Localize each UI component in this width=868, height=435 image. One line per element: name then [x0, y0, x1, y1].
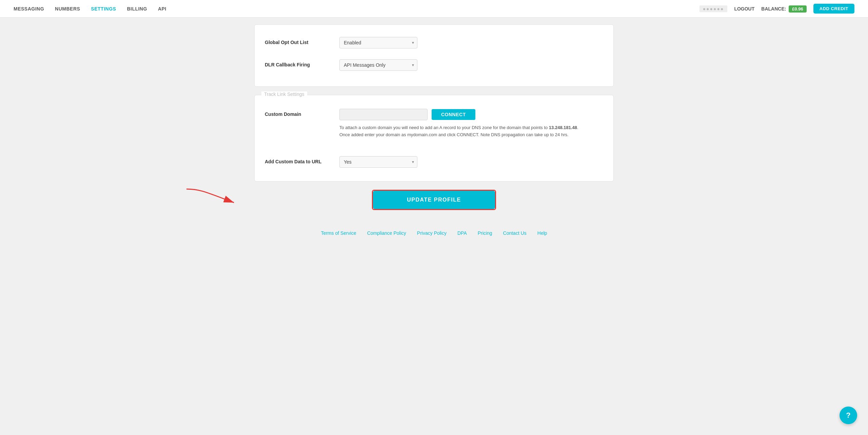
connect-button[interactable]: CONNECT [432, 109, 475, 120]
annotation-arrow [180, 186, 248, 214]
nav-right: ●●●●●● LOGOUT BALANCE: £0.96 ADD CREDIT [699, 4, 854, 14]
logout-button[interactable]: LOGOUT [734, 6, 754, 12]
nav-numbers[interactable]: NUMBERS [55, 6, 80, 12]
global-opt-out-label: Global Opt Out List [265, 37, 339, 45]
balance-label: BALANCE: £0.96 [761, 6, 807, 12]
balance-value: £0.96 [789, 5, 807, 13]
username-display: ●●●●●● [699, 5, 728, 12]
dlr-callback-row: DLR Callback Firing API Messages Only Al… [265, 54, 603, 76]
custom-domain-control: CONNECT To attach a custom domain you wi… [339, 109, 603, 145]
track-link-body: Custom Domain CONNECT To attach a custom… [255, 95, 613, 181]
footer-privacy[interactable]: Privacy Policy [417, 230, 447, 236]
update-profile-highlight: UPDATE PROFILE [372, 190, 496, 210]
settings-section: Global Opt Out List Enabled Disabled ▾ D… [255, 25, 613, 86]
custom-domain-input[interactable] [339, 109, 428, 120]
dlr-callback-select-wrapper: API Messages Only All Messages ▾ [339, 59, 417, 71]
global-opt-out-select-wrapper: Enabled Disabled ▾ [339, 37, 417, 48]
footer: Terms of Service Compliance Policy Priva… [254, 224, 614, 249]
add-credit-button[interactable]: ADD CREDIT [813, 4, 854, 14]
settings-card: Global Opt Out List Enabled Disabled ▾ D… [254, 24, 614, 87]
footer-help[interactable]: Help [537, 230, 547, 236]
custom-domain-row: Custom Domain CONNECT To attach a custom… [265, 105, 603, 149]
main-content: Global Opt Out List Enabled Disabled ▾ D… [248, 18, 620, 270]
update-profile-button[interactable]: UPDATE PROFILE [373, 191, 495, 209]
dns-ip-address: 13.248.181.48 [549, 125, 577, 130]
domain-input-row: CONNECT [339, 109, 603, 120]
dlr-callback-select[interactable]: API Messages Only All Messages [339, 59, 417, 71]
footer-contact[interactable]: Contact Us [503, 230, 527, 236]
track-link-card: Track Link Settings Custom Domain CONNEC… [254, 95, 614, 182]
help-icon: ? [846, 411, 850, 420]
custom-data-row: Add Custom Data to URL Yes No ▾ [265, 153, 603, 171]
custom-data-control: Yes No ▾ [339, 156, 603, 168]
top-navigation: MESSAGING NUMBERS SETTINGS BILLING API ●… [0, 0, 868, 18]
footer-compliance[interactable]: Compliance Policy [367, 230, 406, 236]
nav-messaging[interactable]: MESSAGING [14, 6, 44, 12]
track-link-legend: Track Link Settings [261, 91, 307, 97]
custom-domain-label: Custom Domain [265, 109, 339, 117]
custom-data-label: Add Custom Data to URL [265, 156, 339, 164]
nav-links: MESSAGING NUMBERS SETTINGS BILLING API [14, 6, 166, 12]
nav-api[interactable]: API [158, 6, 166, 12]
global-opt-out-select[interactable]: Enabled Disabled [339, 37, 417, 48]
nav-settings[interactable]: SETTINGS [91, 6, 116, 12]
dlr-callback-control: API Messages Only All Messages ▾ [339, 59, 603, 71]
footer-dpa[interactable]: DPA [457, 230, 467, 236]
custom-data-select[interactable]: Yes No [339, 156, 417, 168]
footer-terms[interactable]: Terms of Service [321, 230, 356, 236]
nav-billing[interactable]: BILLING [127, 6, 147, 12]
help-fab-button[interactable]: ? [840, 407, 857, 424]
dns-info-text: To attach a custom domain you will need … [339, 124, 584, 139]
dlr-callback-label: DLR Callback Firing [265, 59, 339, 67]
update-profile-section: UPDATE PROFILE [254, 190, 614, 210]
global-opt-out-control: Enabled Disabled ▾ [339, 37, 603, 48]
custom-data-select-wrapper: Yes No ▾ [339, 156, 417, 168]
footer-pricing[interactable]: Pricing [478, 230, 492, 236]
global-opt-out-row: Global Opt Out List Enabled Disabled ▾ [265, 32, 603, 54]
